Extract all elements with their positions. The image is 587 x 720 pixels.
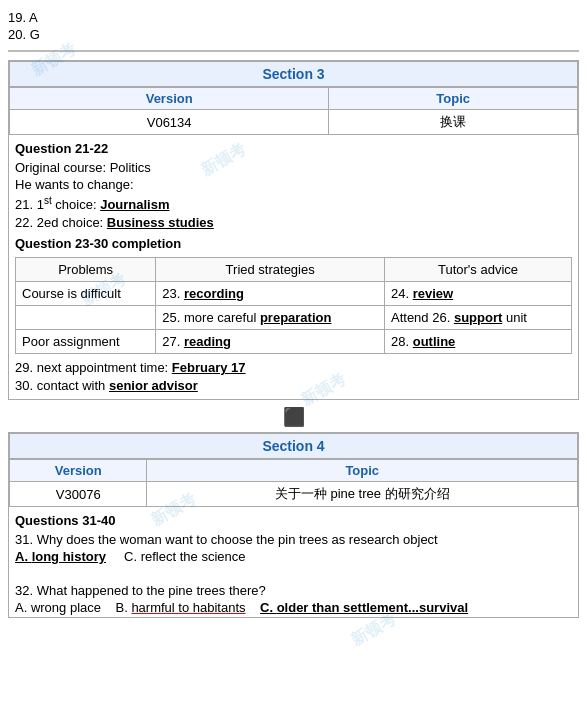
q30-num: 30. <box>15 378 33 393</box>
q22-line: 22. 2ed choice: Business studies <box>15 215 572 230</box>
item-19-number: 19. <box>8 10 26 25</box>
q27-num: 27. <box>162 334 180 349</box>
q29-line: 29. next appointment time: February 17 <box>15 360 572 375</box>
q23-answer: recording <box>184 286 244 301</box>
divider-top <box>8 50 579 52</box>
strategies-1: 23. recording <box>156 282 385 306</box>
q22-prefix: 2ed <box>37 215 59 230</box>
section4-topic: 关于一种 pine tree 的研究介绍 <box>147 482 578 507</box>
q22-num: 22. <box>15 215 33 230</box>
col-advice: Tutor's advice <box>385 258 572 282</box>
s4-col-topic: Topic <box>147 460 578 482</box>
completion-row-3: Poor assignment 27. reading 28. outline <box>16 330 572 354</box>
section4-table-row: V30076 关于一种 pine tree 的研究介绍 <box>10 482 578 507</box>
completion-row-2: 25. more careful preparation Attend 26. … <box>16 306 572 330</box>
section4-wrapper: Section 4 Version Topic V30076 关于一种 pine… <box>8 432 579 618</box>
q29-label: next appointment time: <box>37 360 172 375</box>
q21-prefix: 1 <box>37 197 44 212</box>
q27-answer: reading <box>184 334 231 349</box>
questions-3140-title: Questions 31-40 <box>15 513 572 528</box>
section3-version: V06134 <box>10 110 329 135</box>
q30-line: 30. contact with senior advisor <box>15 378 572 393</box>
col-problems: Problems <box>16 258 156 282</box>
q25-answer: preparation <box>260 310 332 325</box>
q25-text: more careful <box>184 310 260 325</box>
q23-num: 23. <box>162 286 180 301</box>
problem-3: Poor assignment <box>16 330 156 354</box>
q24-num: 24. <box>391 286 409 301</box>
item-20: 20. G <box>8 27 579 42</box>
q24-answer: review <box>413 286 453 301</box>
q21-label: choice: <box>55 197 100 212</box>
col-topic: Topic <box>329 88 578 110</box>
q32-text: 32. What happened to the pine trees ther… <box>15 583 572 598</box>
item-19: 19. A <box>8 10 579 25</box>
col-version: Version <box>10 88 329 110</box>
q26-suffix: unit <box>506 310 527 325</box>
q21-num: 21. <box>15 197 33 212</box>
q31-choiceA: A. long history <box>15 549 106 564</box>
q28-answer: outline <box>413 334 456 349</box>
item-20-answer: G <box>30 27 40 42</box>
item-20-number: 20. <box>8 27 26 42</box>
q22-answer: Business studies <box>107 215 214 230</box>
q31-choiceC: C. reflect the science <box>124 549 245 564</box>
q2122-block: Question 21-22 Original course: Politics… <box>9 141 578 230</box>
completion-row-1: Course is difficult 23. recording 24. re… <box>16 282 572 306</box>
q28-num: 28. <box>391 334 409 349</box>
strategies-2: 25. more careful preparation <box>156 306 385 330</box>
item-19-answer: A <box>29 10 38 25</box>
q2330-title: Question 23-30 completion <box>15 236 572 251</box>
q30-answer: senior advisor <box>109 378 198 393</box>
q32-choiceA: A. wrong place <box>15 600 101 615</box>
col-strategies: Tried strategies <box>156 258 385 282</box>
section4-content: Questions 31-40 31. Why does the woman w… <box>9 513 578 615</box>
q2122-original: Original course: Politics <box>15 160 572 175</box>
advice-2: Attend 26. support unit <box>385 306 572 330</box>
problem-2 <box>16 306 156 330</box>
q26-answer: support <box>454 310 502 325</box>
q30-label: contact with <box>37 378 109 393</box>
advice-1: 24. review <box>385 282 572 306</box>
q2122-wants: He wants to change: <box>15 177 572 192</box>
section3-table: Version Topic V06134 换课 <box>9 87 578 135</box>
strategies-3: 27. reading <box>156 330 385 354</box>
q29-answer: February 17 <box>172 360 246 375</box>
q2122-title: Question 21-22 <box>15 141 572 156</box>
advice-3: 28. outline <box>385 330 572 354</box>
q22-label: choice: <box>62 215 107 230</box>
section4-header: Section 4 <box>9 433 578 459</box>
q31-text: 31. Why does the woman want to choose th… <box>15 532 572 547</box>
section4-version: V30076 <box>10 482 147 507</box>
q29-num: 29. <box>15 360 33 375</box>
s4-col-version: Version <box>10 460 147 482</box>
q21-sup: st <box>44 195 52 206</box>
q21-line: 21. 1st choice: Journalism <box>15 195 572 212</box>
q2330-block: Question 23-30 completion Problems Tried… <box>9 236 578 393</box>
q32-choiceC: C. older than settlement...survival <box>260 600 468 615</box>
q25-num: 25. <box>162 310 180 325</box>
section4-table: Version Topic V30076 关于一种 pine tree 的研究介… <box>9 459 578 507</box>
section3-header: Section 3 <box>9 61 578 87</box>
section3-wrapper: Section 3 Version Topic V06134 换课 Questi… <box>8 60 579 400</box>
q26-num: 26. <box>432 310 450 325</box>
completion-table: Problems Tried strategies Tutor's advice… <box>15 257 572 354</box>
arrow-divider: ⬛ <box>8 406 579 428</box>
q26-prefix: Attend <box>391 310 432 325</box>
problem-1: Course is difficult <box>16 282 156 306</box>
q21-answer: Journalism <box>100 197 169 212</box>
q31-choices: A. long history C. reflect the science <box>15 549 572 564</box>
section3-table-row: V06134 换课 <box>10 110 578 135</box>
q32-choiceB: B. harmful to habitants <box>115 600 245 615</box>
section3-topic: 换课 <box>329 110 578 135</box>
q32-choices: A. wrong place B. harmful to habitants C… <box>15 600 572 615</box>
